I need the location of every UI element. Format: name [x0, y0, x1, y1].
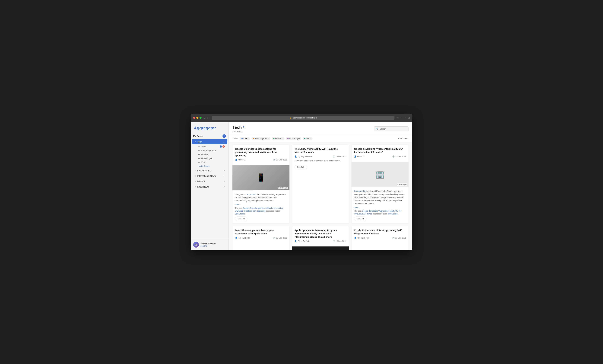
- main-content: Tech ↻ 167 results 🔍 Filters: [229, 122, 412, 250]
- article-5-date: 🕐 13 Dec 2021: [333, 240, 347, 242]
- chevron-down-in: ▾: [224, 175, 225, 177]
- article-3-meta: 👤 Abner Li 🕐 13 Dec 2021: [354, 155, 406, 158]
- article-1-see-full[interactable]: See Full: [235, 217, 247, 221]
- article-3-compared-link[interactable]: Compared to: [354, 190, 366, 192]
- clock-icon-5: 🕐: [333, 240, 335, 242]
- clock-icon-4: 🕐: [273, 237, 276, 239]
- dash-icon: —: [198, 145, 200, 148]
- sort-date-label: Date: [403, 138, 407, 140]
- filter-dot-fpt: [253, 138, 254, 139]
- article-1-improved-link[interactable]: improved: [247, 193, 255, 196]
- article-3-badge: 9TO5Google: [397, 183, 407, 186]
- sidebar-toggle-icon[interactable]: ⊟: [203, 116, 206, 119]
- maximize-button[interactable]: [199, 117, 202, 119]
- filter-chip-9to5mac[interactable]: 9to5 Mac: [272, 137, 285, 140]
- search-box[interactable]: 🔍: [374, 126, 408, 131]
- dash-icon-2: —: [198, 149, 200, 152]
- lock-icon: 🔒: [290, 117, 292, 119]
- person-icon-5: 👤: [295, 240, 297, 242]
- new-tab-icon[interactable]: ＋: [404, 116, 406, 119]
- edit-icon[interactable]: ✎: [220, 145, 222, 148]
- delete-icon[interactable]: ✕: [222, 145, 225, 148]
- article-4-title: Best iPhone apps to enhance your experie…: [235, 229, 287, 235]
- sidebar-item-tech[interactable]: ≋ Tech ▲: [192, 139, 227, 144]
- back-icon[interactable]: ‹: [207, 117, 208, 119]
- article-2-meta: 👤 Lily Hay Newman 🕐 13 Dec 2021: [295, 155, 347, 158]
- article-3-source-text: The post Google developing 'Augmented Re…: [354, 210, 406, 215]
- search-icon: 🔍: [376, 128, 378, 130]
- browser-window: ⊟ ‹ › 🔒 aggregator-one.vercel.app ↺ ⬆ ＋ …: [191, 114, 412, 250]
- share-icon[interactable]: ⬆: [400, 116, 402, 119]
- user-info: Nathan Downer Log Out: [200, 243, 216, 247]
- article-6-title: Xcode 13.2 update hints at upcoming Swif…: [354, 229, 406, 235]
- address-bar[interactable]: 🔒 aggregator-one.vercel.app: [212, 116, 394, 120]
- close-button[interactable]: [193, 117, 195, 119]
- cnet-badges: ✎ ✕: [220, 145, 225, 148]
- filter-chip-frontpagetech[interactable]: Front Page Tech: [252, 137, 270, 140]
- clock-icon-2: 🕐: [333, 155, 335, 158]
- search-input[interactable]: [380, 128, 406, 130]
- article-1-source-link[interactable]: Google Calendar updates setting for prev…: [235, 207, 283, 212]
- sort-button[interactable]: Sort Date ↕: [398, 138, 408, 140]
- add-feed-button[interactable]: +: [222, 134, 226, 138]
- filter-chip-cnet[interactable]: CNET: [240, 137, 250, 140]
- filter-label-cnet: CNET: [244, 138, 249, 140]
- article-4-meta: 👤 Filipe Espósito 🕐 13 Dec 2021: [235, 237, 287, 239]
- article-3-author: 👤 Abner Li: [354, 155, 364, 158]
- app-container: Aggregator My Feeds + ≋ Tech ▲ — CNET: [191, 122, 412, 250]
- article-3-more-link[interactable]: more...: [354, 206, 406, 209]
- filter-dot-9google: [287, 138, 289, 139]
- clock-icon-6: 🕐: [392, 237, 394, 239]
- article-1-more-link[interactable]: more...: [235, 204, 287, 206]
- article-3-title: Google developing 'Augmented Reality OS'…: [354, 147, 406, 154]
- extensions-icon[interactable]: ⊞: [408, 116, 410, 119]
- person-icon-1: 👤: [235, 159, 237, 161]
- wired-label: Wired: [201, 161, 206, 164]
- sidebar-subitem-frontpagetech[interactable]: — Front Page Tech: [192, 148, 227, 152]
- sidebar-item-international-news[interactable]: ≋ International News ▾: [192, 174, 227, 178]
- sidebar-item-finance[interactable]: ≋ Finance ▾: [192, 179, 227, 184]
- sidebar-subitem-cnet[interactable]: — CNET ✎ ✕: [192, 144, 227, 148]
- minimize-button[interactable]: [196, 117, 198, 119]
- article-card-3: Google developing 'Augmented Reality OS'…: [351, 145, 408, 223]
- sidebar-logo: Aggregator: [191, 122, 229, 133]
- article-2-title: The Log4J Vulnerability Will Haunt the I…: [295, 147, 347, 154]
- filter-label-9mac: 9to5 Mac: [275, 138, 283, 140]
- logo-link[interactable]: Aggregator: [194, 126, 216, 130]
- page-title-row: Tech ↻: [232, 125, 245, 130]
- filter-chip-wired[interactable]: Wired: [303, 137, 313, 140]
- article-2-see-full[interactable]: See Full: [295, 165, 307, 169]
- reload-icon[interactable]: ↺: [396, 116, 398, 119]
- avatar-initials: ND: [195, 244, 198, 246]
- local-finance-label: Local Finance: [197, 169, 211, 172]
- article-2-excerpt: Hundreds of millions of devices are like…: [295, 159, 347, 162]
- article-5-meta: 👤 Filipe Espósito 🕐 13 Dec 2021: [295, 240, 347, 242]
- chevron-down-ln: ▾: [224, 186, 225, 188]
- sidebar-subitem-9to5mac[interactable]: — 9to5 Mac: [192, 152, 227, 156]
- article-3-date: 🕐 13 Dec 2021: [392, 155, 406, 158]
- forward-icon[interactable]: ›: [209, 117, 210, 119]
- chevron-down-lf: ▾: [224, 170, 225, 172]
- article-3-source-name[interactable]: 9to5Google: [388, 213, 398, 215]
- filter-label-9google: 9to5 Google: [289, 138, 300, 140]
- articles-grid: Google Calendar updates setting for prev…: [232, 145, 408, 250]
- finance-label: Finance: [197, 180, 205, 183]
- browser-actions: ↺ ⬆ ＋ ⊞: [396, 116, 410, 119]
- sidebar-subitem-9to5google[interactable]: — 9to5 Google: [192, 156, 227, 160]
- article-1-image: 9TO5Google: [232, 165, 290, 190]
- sidebar-item-local-news[interactable]: ≋ Local News ▾: [192, 184, 227, 189]
- url-text: aggregator-one.vercel.app: [293, 117, 317, 119]
- article-3-excerpt: Compared to Apple and Facebook, Google h…: [354, 190, 406, 205]
- logout-button[interactable]: Log Out: [200, 245, 216, 247]
- sidebar-subitem-wired[interactable]: — Wired: [192, 160, 227, 164]
- chevron-down-fin: ▾: [224, 180, 225, 182]
- add-source-link[interactable]: + Add Source: [192, 164, 227, 168]
- filter-chip-9to5google[interactable]: 9to5 Google: [286, 137, 301, 140]
- article-1-source-name[interactable]: 9to5Google: [235, 213, 245, 215]
- refresh-icon[interactable]: ↻: [243, 126, 245, 129]
- sidebar-item-local-finance[interactable]: ≋ Local Finance ▾: [192, 168, 227, 173]
- frontpagetech-label: Front Page Tech: [201, 149, 216, 152]
- article-3-see-full[interactable]: See Full: [354, 217, 366, 221]
- rss-icon-tech: ≋: [195, 141, 196, 143]
- sidebar: Aggregator My Feeds + ≋ Tech ▲ — CNET: [191, 122, 229, 250]
